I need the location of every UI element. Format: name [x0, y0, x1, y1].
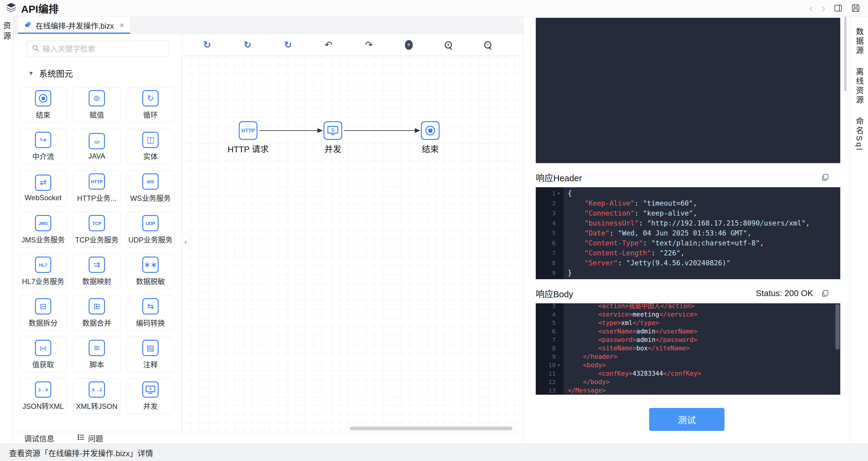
palette-item-label: HL7业务服务 [22, 276, 64, 286]
palette-item-value-get[interactable]: [∞]值获取 [19, 337, 67, 372]
palette-item-udp-service[interactable]: UDPUDP业务服务 [127, 212, 174, 248]
gear-sync-1-icon[interactable]: ↻ [203, 40, 212, 50]
concurrent-icon: ⇅ [323, 121, 342, 140]
code-line: 6 "Content-Type": "text/plain;charset=ut… [536, 238, 840, 248]
collapse-caret-icon: ▼ [28, 70, 34, 76]
horizontal-scrollbar[interactable] [350, 427, 513, 430]
copy-icon[interactable] [821, 289, 829, 298]
copy-icon[interactable] [821, 173, 829, 182]
palette-item-hl7-service[interactable]: HL7HL7业务服务 [19, 253, 67, 289]
fold-icon[interactable]: ▾ [556, 188, 562, 198]
palette-search[interactable] [27, 41, 168, 57]
palette-item-label: JSON转XML [22, 400, 64, 411]
palette-item-label: 并发 [143, 400, 158, 411]
panel-layout-icon[interactable] [834, 4, 843, 13]
palette-group-header[interactable]: ▼ 系统图元 [28, 67, 182, 79]
palette-item-data-split[interactable]: ⊟数据拆分 [19, 295, 67, 331]
gear-sync-3-icon[interactable]: ↻ [283, 40, 292, 50]
data-merge-icon: ⊞ [89, 298, 105, 314]
palette-item-http-service[interactable]: HTTPHTTP业务... [73, 171, 121, 206]
code-scrollbar[interactable] [835, 304, 840, 350]
response-body-code[interactable]: 3 <action>我是中国人</action>4 <service>meeti… [536, 303, 840, 395]
concurrent-icon: ⇅ [142, 381, 159, 398]
mediation-flow-icon: ↪ [35, 132, 51, 148]
test-button[interactable]: 测试 [649, 408, 724, 431]
problems-label: 问题 [88, 433, 103, 443]
code-line: 13</Message> [536, 386, 840, 395]
save-icon[interactable] [851, 4, 860, 13]
palette-item-label: 编码转换 [136, 317, 165, 328]
palette-item-label: 赋值 [90, 109, 104, 120]
response-header-code[interactable]: 1▾{2 "Keep-Alive": "timeout=60",3 "Conne… [536, 187, 840, 279]
palette-item-websocket[interactable]: ⇄WebSocket [19, 171, 67, 206]
gear-sync-2-icon[interactable]: ↻ [243, 40, 252, 50]
palette-item-java[interactable]: ☕JAVA [73, 129, 121, 164]
app-logo-icon [5, 2, 17, 14]
assign-icon: ⊜ [89, 90, 105, 106]
back-icon[interactable]: ‹ [809, 2, 813, 14]
palette-item-assign[interactable]: ⊜赋值 [73, 87, 121, 123]
tcp-service-icon: TCP [89, 215, 105, 231]
left-rail: 资源 [0, 17, 13, 444]
entity-icon: ◫ [142, 132, 159, 148]
tab-close-icon[interactable]: × [119, 21, 124, 30]
auto-layout-icon[interactable]: ≡ [405, 40, 413, 50]
right-rail: 数据源离线资源命名Sql [850, 17, 868, 444]
fold-icon[interactable]: ▾ [556, 361, 562, 369]
node-http-request[interactable]: HTTP HTTP 请求 [227, 121, 269, 155]
tab-concurrent-bizx[interactable]: 在线编排-并发操作.bizx × [18, 17, 130, 34]
palette-item-label: 数据拆分 [29, 317, 58, 328]
palette-item-json-to-xml[interactable]: J→XJSON转XML [19, 378, 67, 414]
palette-item-label: 脚本 [90, 359, 104, 369]
palette-item-data-mapping[interactable]: ⇉数据映射 [73, 253, 121, 289]
palette-item-entity[interactable]: ◫实体 [127, 129, 174, 164]
search-input[interactable] [42, 44, 163, 53]
palette-item-data-masking[interactable]: ∗∗数据脱敏 [127, 253, 174, 289]
status-text[interactable]: 查看资源「在线编排-并发操作.bizx」详情 [9, 447, 153, 458]
redo-icon[interactable]: ↷ [365, 40, 374, 50]
jms-service-icon: JMS [35, 215, 51, 231]
palette-collapse-toggle[interactable]: ‹ [182, 232, 189, 251]
palette-item-loop[interactable]: ↻循环 [127, 87, 174, 123]
rail-item-data-source[interactable]: 数据源 [854, 23, 865, 60]
node-end[interactable]: 结束 [409, 121, 451, 155]
palette-item-comment[interactable]: ▤注释 [127, 337, 174, 372]
hl7-service-icon: HL7 [35, 256, 51, 273]
palette-item-end[interactable]: 结束 [19, 87, 67, 123]
panel-scrollbar[interactable] [844, 17, 846, 91]
palette-grid: 结束⊜赋值↻循环↪中介流☕JAVA◫实体⇄WebSocketHTTPHTTP业务… [19, 87, 182, 414]
undo-icon[interactable]: ↶ [324, 40, 333, 50]
bottom-bar: 调试信息 问题 [13, 432, 523, 444]
node-label: 并发 [324, 143, 341, 155]
node-label: HTTP 请求 [228, 143, 269, 155]
palette-item-label: UDP业务服务 [128, 234, 173, 245]
code-line: 5 <type>xml</type> [536, 319, 840, 327]
zoom-in-icon[interactable]: + [444, 40, 452, 50]
palette-item-xml-to-json[interactable]: X→JXML转JSON [73, 378, 121, 414]
palette-item-jms-service[interactable]: JMSJMS业务服务 [19, 212, 67, 248]
flow-canvas[interactable]: HTTP HTTP 请求 ⇅ 并发 结束 ‹ [182, 56, 523, 432]
palette-item-concurrent[interactable]: ⇅并发 [127, 378, 174, 414]
rail-item-resources[interactable]: 资源 [1, 22, 12, 42]
debug-info-tab[interactable]: 调试信息 [24, 433, 54, 443]
problems-tab[interactable]: 问题 [77, 433, 103, 443]
canvas-toolbar: ↻↻↻↶↷≡+− [182, 34, 523, 56]
request-editor[interactable] [536, 18, 840, 163]
node-concurrent[interactable]: ⇅ 并发 [312, 121, 354, 155]
code-line: 10▾ <body> [536, 361, 840, 369]
comment-icon: ▤ [142, 340, 159, 356]
zoom-out-icon[interactable]: − [484, 40, 492, 50]
palette-item-label: WebSocket [25, 193, 62, 202]
palette-item-ws-service[interactable]: WSWS业务服务 [127, 171, 174, 206]
palette-item-encoding-convert[interactable]: ⇆编码转换 [127, 295, 174, 331]
rail-item-named-sql[interactable]: 命名Sql [854, 113, 865, 156]
palette-item-tcp-service[interactable]: TCPTCP业务服务 [73, 212, 121, 248]
rail-item-offline-resource[interactable]: 离线资源 [854, 63, 865, 109]
code-line: 6 <userName>admin</userName> [536, 327, 840, 336]
forward-icon[interactable]: › [821, 2, 825, 14]
udp-service-icon: UDP [142, 215, 159, 231]
palette-item-mediation-flow[interactable]: ↪中介流 [19, 129, 67, 164]
palette-item-script[interactable]: ≋脚本 [73, 337, 121, 372]
canvas-area: ↻↻↻↶↷≡+− HTTP HTTP 请求 [182, 34, 523, 432]
palette-item-data-merge[interactable]: ⊞数据合并 [73, 295, 121, 331]
